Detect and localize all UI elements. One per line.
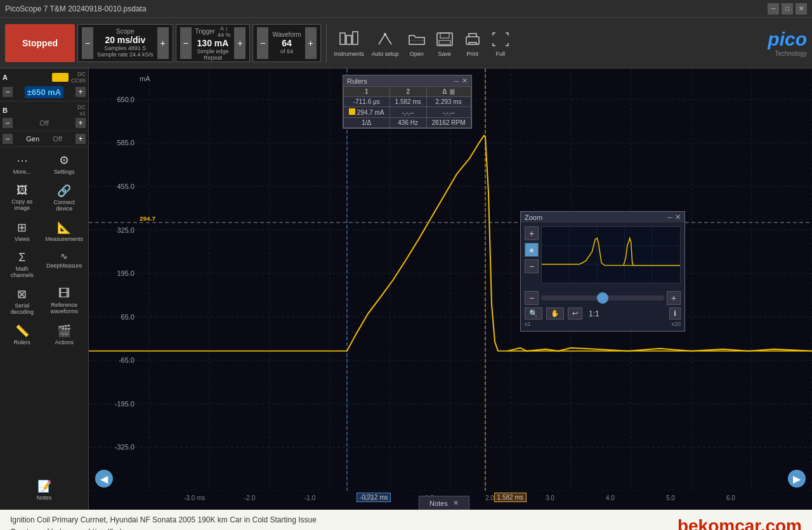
save-group[interactable]: Save xyxy=(432,27,457,60)
rulers-col1: 1 xyxy=(344,87,390,97)
channel-a-plus[interactable]: + xyxy=(75,87,86,97)
math-channels-tool[interactable]: Σ Math channels xyxy=(3,247,41,282)
connect-device-tool[interactable]: 🔗 Connect device xyxy=(43,180,86,216)
deep-measure-tool[interactable]: ∿ DeepMeasure xyxy=(43,247,86,282)
waveform-controls: Waveform 64 of 64 xyxy=(272,31,301,55)
svg-text:294.7: 294.7 xyxy=(140,215,155,222)
svg-text:325.0: 325.0 xyxy=(117,226,134,234)
scope-minus-button[interactable]: − xyxy=(82,27,93,59)
copy-image-icon: 🖼 xyxy=(16,184,28,197)
deep-measure-label: DeepMeasure xyxy=(46,262,82,269)
open-group[interactable]: Open xyxy=(404,27,429,60)
channel-b-label: B xyxy=(3,107,8,114)
rulers-tool[interactable]: 📏 Rulers xyxy=(3,320,41,349)
serial-decoding-tool[interactable]: ⊠ Serial decoding xyxy=(3,283,41,319)
settings-tool[interactable]: ⚙ Settings xyxy=(43,150,86,179)
rulers-minimize[interactable]: ─ xyxy=(454,77,459,85)
instruments-group[interactable]: Instruments xyxy=(332,27,367,60)
zoom-search-button[interactable]: 🔍 xyxy=(525,307,542,320)
rulers-close[interactable]: ✕ xyxy=(462,77,468,85)
trigger-plus-button[interactable]: + xyxy=(234,27,246,59)
trigger-label: Trigger xyxy=(195,28,215,35)
print-group[interactable]: Print xyxy=(460,27,485,60)
gen-minus[interactable]: − xyxy=(3,134,13,144)
actions-tool[interactable]: 🎬 Actions xyxy=(43,320,86,349)
zoom-info-button[interactable]: ℹ xyxy=(669,307,681,320)
svg-text:-65.0: -65.0 xyxy=(119,356,134,364)
rulers-panel: Rulers ─ ✕ 1 2 Δ ⊞ xyxy=(343,75,472,129)
rulers-r2delta: -,-,-- xyxy=(426,107,471,118)
right-nav-arrow[interactable]: ▶ xyxy=(788,470,806,488)
views-tool[interactable]: ⊞ Views xyxy=(3,217,41,246)
rulers-row1: -711.6 μs 1.582 ms 2.293 ms xyxy=(344,97,471,107)
gen-plus[interactable]: + xyxy=(75,134,86,144)
zoom-circle-blue[interactable]: ● xyxy=(525,243,539,257)
time-label-n1: -1.0 xyxy=(304,494,315,501)
zoom-in-button[interactable]: + xyxy=(525,226,539,240)
math-channels-icon: Σ xyxy=(18,251,25,264)
notes-tab[interactable]: Notes ✕ xyxy=(419,496,469,510)
deep-measure-icon: ∿ xyxy=(60,251,68,261)
instruments-icon xyxy=(339,29,359,49)
svg-text:585.0: 585.0 xyxy=(117,139,134,147)
waveform-minus-button[interactable]: − xyxy=(257,27,268,59)
zoom-undo-button[interactable]: ↩ xyxy=(568,307,582,320)
rulers-row2: 294.7 mA -,-,-- -,-,-- xyxy=(344,107,471,118)
notes-tool[interactable]: 📝 Notes xyxy=(3,475,86,505)
minimize-button[interactable]: ─ xyxy=(768,3,779,15)
rulers-titlebar: Rulers ─ ✕ xyxy=(343,75,471,86)
zoom-slider-thumb xyxy=(597,292,608,304)
rulers-copy-delta[interactable]: ⊞ xyxy=(450,89,455,95)
channel-b-plus[interactable]: + xyxy=(75,118,86,128)
measurements-label: Measurements xyxy=(45,236,83,242)
zoom-slider-minus[interactable]: − xyxy=(525,291,539,305)
rulers-r2c1: 294.7 mA xyxy=(344,107,390,118)
channel-a-label: A xyxy=(3,74,8,81)
zoom-titlebar: Zoom ─ ✕ xyxy=(521,212,684,223)
copy-image-tool[interactable]: 🖼 Copy as image xyxy=(3,180,41,216)
zoom-out-button[interactable]: − xyxy=(525,259,539,273)
auto-setup-group[interactable]: Auto setup xyxy=(369,27,402,60)
instruments-label: Instruments xyxy=(334,51,364,57)
channel-a-minus[interactable]: − xyxy=(3,87,13,97)
window-title: PicoScope 7 T&M 20240918-0010.psdata xyxy=(5,4,147,13)
trigger-sub: Simple edgeRepeat xyxy=(195,48,231,61)
zoom-slider-plus[interactable]: + xyxy=(667,291,681,305)
zoom-slider[interactable] xyxy=(541,295,664,301)
svg-text:mA: mA xyxy=(140,75,150,82)
zoom-minimize[interactable]: ─ xyxy=(667,213,672,221)
trigger-minus-button[interactable]: − xyxy=(180,27,192,59)
more-tool[interactable]: ⋯ More... xyxy=(3,150,41,179)
scope-label: Scope xyxy=(97,28,154,35)
scope-section: − Scope 20 ms/div Samples 4891 S Sample … xyxy=(77,24,173,62)
reference-waveforms-label: Reference waveforms xyxy=(45,302,83,314)
reference-waveforms-tool[interactable]: 🎞 Reference waveforms xyxy=(43,283,86,319)
left-nav-arrow[interactable]: ◀ xyxy=(95,470,113,488)
notes-tab-close[interactable]: ✕ xyxy=(453,499,459,507)
scope-plus-button[interactable]: + xyxy=(157,27,169,59)
waveform-value: 64 xyxy=(272,38,301,48)
full-group[interactable]: Full xyxy=(488,27,513,60)
channel-a-indicator xyxy=(52,73,69,82)
samples-label: Samples 4891 S Sample rate 24.4 kS/s xyxy=(97,45,154,58)
rulers-r1delta: 2.293 ms xyxy=(426,97,471,107)
notes-line2: Courtesy of bekomcar, https://bekomcar.c… xyxy=(10,526,317,530)
channel-b-minus[interactable]: − xyxy=(3,118,13,128)
stopped-button[interactable]: Stopped xyxy=(5,24,75,62)
measurements-tool[interactable]: 📐 Measurements xyxy=(43,217,86,246)
print-icon xyxy=(462,29,483,49)
close-button[interactable]: ✕ xyxy=(796,3,807,15)
rulers-label: Rulers xyxy=(14,339,30,346)
maximize-button[interactable]: □ xyxy=(782,3,793,15)
time-label-n3: -3.0 ms xyxy=(184,494,205,501)
zoom-pan-button[interactable]: ✋ xyxy=(546,307,564,320)
rulers-title: Rulers xyxy=(347,77,367,85)
more-label: More... xyxy=(13,169,31,175)
zoom-close[interactable]: ✕ xyxy=(675,213,681,221)
ruler-x2-label: 1.582 ms xyxy=(494,493,527,502)
notes-line1: Ignition Coil Primary Currnet, Hyundai N… xyxy=(10,514,317,526)
waveform-plus-button[interactable]: + xyxy=(305,27,317,59)
notes-content: Ignition Coil Primary Currnet, Hyundai N… xyxy=(10,514,317,530)
chart-svg: 650.0 585.0 455.0 325.0 195.0 65.0 -65.0… xyxy=(89,68,812,491)
svg-rect-0 xyxy=(340,33,345,44)
